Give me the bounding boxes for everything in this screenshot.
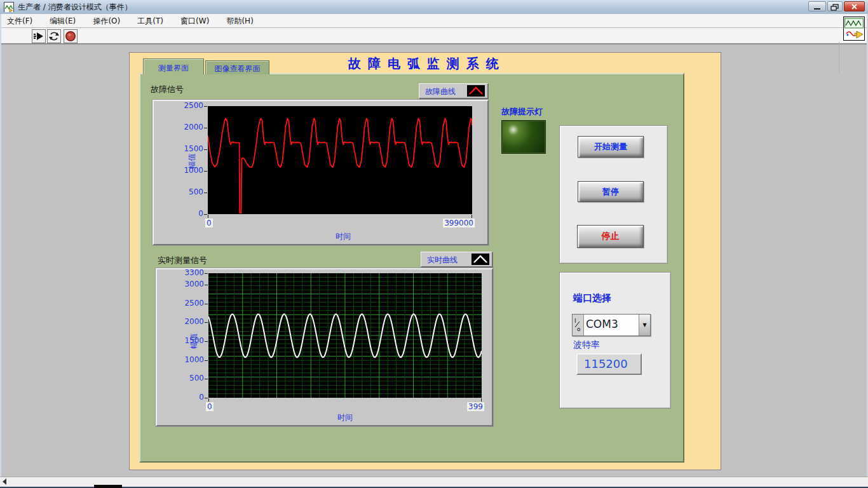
chart2-xtickmark bbox=[481, 398, 482, 402]
run-continuous-button[interactable] bbox=[47, 29, 61, 43]
chart1-ytick: 500 bbox=[174, 187, 203, 196]
window-title: 生产者 / 消费者设计模式（事件） bbox=[18, 2, 132, 13]
chart2-ytickmark bbox=[205, 273, 208, 274]
taskbar-peek-notch bbox=[94, 485, 122, 488]
chart2-xtick: 0 bbox=[206, 402, 214, 411]
chart2-ytick: 1000 bbox=[175, 355, 204, 364]
run-button[interactable] bbox=[32, 29, 46, 43]
chart2-ytickmark bbox=[205, 379, 208, 379]
chart1-ytick: 2500 bbox=[174, 101, 203, 110]
chart2-ytickmark bbox=[205, 304, 208, 304]
baud-rate-value[interactable]: 115200 bbox=[576, 353, 642, 375]
com-port-value[interactable]: COM3 bbox=[584, 315, 639, 336]
chart1-title: 故障信号 bbox=[151, 84, 184, 95]
toolbar-separator bbox=[839, 42, 839, 72]
chart1-xtick: 0 bbox=[205, 219, 213, 227]
menubar: 文件(F) 编辑(E) 操作(O) 工具(T) 窗口(W) 帮助(H) bbox=[0, 14, 868, 28]
page-title: 故 障 电 弧 监 测 系 统 bbox=[348, 55, 539, 72]
labview-front-panel-window: 生产者 / 消费者设计模式（事件） 文件(F) 编辑(E) 操作(O) 工具(T… bbox=[0, 0, 868, 488]
chart2-xlabel: 时间 bbox=[332, 412, 358, 423]
port-select-label: 端口选择 bbox=[573, 292, 611, 304]
scroll-left-arrow-icon[interactable] bbox=[3, 478, 6, 485]
menu-operate[interactable]: 操作(O) bbox=[86, 14, 127, 27]
fault-led-indicator[interactable] bbox=[501, 120, 546, 154]
menu-help[interactable]: 帮助(H) bbox=[219, 14, 260, 27]
io-icon: Io bbox=[573, 315, 584, 336]
menu-window[interactable]: 窗口(W) bbox=[173, 14, 216, 27]
com-port-combobox[interactable]: Io COM3 ▼ bbox=[572, 314, 651, 336]
chart2-ytick: 3300 bbox=[175, 268, 204, 277]
chart1-ytick: 2000 bbox=[174, 123, 203, 132]
chart2-plot-area[interactable] bbox=[208, 273, 482, 398]
minimize-button[interactable] bbox=[808, 1, 826, 11]
chart1-plot-area[interactable] bbox=[208, 106, 472, 214]
svg-text:o: o bbox=[577, 326, 581, 332]
chart1-ytickmark bbox=[204, 149, 207, 150]
start-measure-button[interactable]: 开始测量 bbox=[578, 136, 644, 158]
stop-button[interactable]: 停止 bbox=[577, 225, 644, 248]
menu-file[interactable]: 文件(F) bbox=[0, 14, 39, 27]
chart2-xtickmark bbox=[208, 398, 209, 402]
restore-button[interactable] bbox=[827, 1, 843, 11]
chart1-ytick: 1000 bbox=[174, 166, 203, 175]
baud-rate-label: 波特率 bbox=[573, 339, 600, 351]
abort-button[interactable] bbox=[64, 29, 78, 43]
chart1-ytickmark bbox=[204, 106, 207, 107]
chart1-xtickmark bbox=[471, 215, 472, 218]
tab-measurement[interactable]: 测量界面 bbox=[143, 58, 204, 74]
chart1-ytickmark bbox=[204, 214, 207, 215]
titlebar[interactable]: 生产者 / 消费者设计模式（事件） bbox=[0, 0, 868, 15]
chart2-ytick: 0 bbox=[175, 393, 204, 402]
toolbar bbox=[0, 28, 868, 44]
fault-curve-icon bbox=[467, 85, 485, 97]
chart2-xtick: 399 bbox=[467, 402, 484, 411]
chart2-ytick: 2000 bbox=[175, 317, 204, 326]
chart2-ytickmark bbox=[205, 341, 208, 342]
labview-app-icon bbox=[4, 2, 14, 12]
chart2-ytickmark bbox=[205, 398, 208, 398]
window-left-border bbox=[0, 14, 1, 487]
chart1-legend-label: 故障曲线 bbox=[425, 86, 456, 97]
chart1-ytickmark bbox=[204, 193, 207, 193]
vi-icon bbox=[843, 17, 865, 41]
pause-button[interactable]: 暂停 bbox=[578, 181, 644, 202]
chart2-ytickmark bbox=[205, 285, 208, 285]
chart2-legend-label: 实时曲线 bbox=[427, 255, 458, 266]
fault-led-label: 故障提示灯 bbox=[501, 106, 543, 118]
chart2-legend[interactable]: 实时曲线 bbox=[421, 252, 493, 268]
chart2-ytickmark bbox=[205, 360, 208, 361]
chart2-ytick: 2500 bbox=[175, 299, 204, 308]
chart1-legend[interactable]: 故障曲线 bbox=[419, 83, 489, 99]
menu-edit[interactable]: 编辑(E) bbox=[43, 14, 83, 27]
chart2-ytick: 500 bbox=[175, 374, 204, 383]
chart1-ytickmark bbox=[204, 171, 207, 172]
chart1-ytickmark bbox=[204, 128, 207, 128]
combobox-dropdown-arrow[interactable]: ▼ bbox=[639, 315, 650, 336]
chart1-xtick: 399000 bbox=[443, 219, 475, 227]
chart1-ytick: 1500 bbox=[174, 144, 203, 153]
chart2-ytick: 1500 bbox=[175, 336, 204, 345]
chart1-xlabel: 时间 bbox=[330, 231, 356, 242]
chart2-title: 实时测量信号 bbox=[158, 255, 207, 266]
chart2-ytickmark bbox=[205, 322, 208, 323]
tab-image-view[interactable]: 图像查看界面 bbox=[205, 60, 269, 74]
chart1-ytick: 0 bbox=[174, 209, 203, 218]
horizontal-scrollbar[interactable] bbox=[0, 477, 868, 487]
chart1-xtickmark bbox=[208, 215, 208, 218]
realtime-curve-icon bbox=[471, 254, 489, 265]
close-button[interactable] bbox=[844, 1, 865, 11]
chart2-ytick: 3000 bbox=[175, 280, 204, 288]
menu-tools[interactable]: 工具(T) bbox=[130, 14, 170, 27]
svg-text:I: I bbox=[574, 318, 576, 324]
